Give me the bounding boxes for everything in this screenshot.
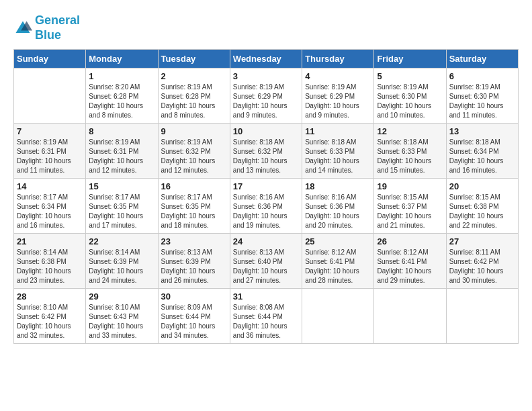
day-number: 23: [161, 236, 227, 246]
calendar-cell: 5Sunrise: 8:19 AMSunset: 6:30 PMDaylight…: [374, 68, 446, 124]
day-number: 3: [233, 71, 299, 81]
day-info: Sunrise: 8:18 AMSunset: 6:32 PMDaylight:…: [233, 138, 299, 175]
calendar-cell: [14, 68, 86, 124]
day-number: 26: [377, 236, 443, 246]
day-info: Sunrise: 8:19 AMSunset: 6:31 PMDaylight:…: [17, 138, 83, 175]
day-number: 16: [161, 181, 227, 191]
weekday-header-sunday: Sunday: [14, 50, 86, 68]
weekday-header-wednesday: Wednesday: [230, 50, 302, 68]
day-info: Sunrise: 8:20 AMSunset: 6:28 PMDaylight:…: [89, 83, 154, 120]
day-info: Sunrise: 8:08 AMSunset: 6:44 PMDaylight:…: [233, 303, 299, 340]
day-number: 9: [161, 126, 227, 136]
day-number: 12: [377, 126, 443, 136]
day-number: 15: [89, 181, 154, 191]
calendar-cell: 20Sunrise: 8:15 AMSunset: 6:38 PMDayligh…: [446, 179, 518, 234]
day-info: Sunrise: 8:18 AMSunset: 6:33 PMDaylight:…: [377, 138, 443, 175]
day-number: 13: [449, 126, 515, 136]
day-number: 8: [89, 126, 154, 136]
day-number: 29: [89, 291, 154, 302]
calendar-cell: 25Sunrise: 8:12 AMSunset: 6:41 PMDayligh…: [302, 234, 374, 289]
day-number: 31: [233, 291, 299, 302]
day-number: 5: [377, 71, 443, 81]
day-info: Sunrise: 8:09 AMSunset: 6:44 PMDaylight:…: [161, 303, 227, 340]
day-info: Sunrise: 8:19 AMSunset: 6:31 PMDaylight:…: [89, 138, 154, 175]
day-info: Sunrise: 8:19 AMSunset: 6:32 PMDaylight:…: [161, 138, 227, 175]
logo-text: General Blue: [35, 13, 80, 42]
day-info: Sunrise: 8:19 AMSunset: 6:30 PMDaylight:…: [449, 83, 515, 120]
calendar-cell: [446, 289, 518, 344]
day-info: Sunrise: 8:10 AMSunset: 6:42 PMDaylight:…: [17, 303, 83, 340]
day-info: Sunrise: 8:16 AMSunset: 6:36 PMDaylight:…: [305, 193, 371, 230]
day-info: Sunrise: 8:15 AMSunset: 6:37 PMDaylight:…: [377, 193, 443, 230]
day-info: Sunrise: 8:17 AMSunset: 6:35 PMDaylight:…: [161, 193, 227, 230]
calendar-week-3: 14Sunrise: 8:17 AMSunset: 6:34 PMDayligh…: [14, 179, 519, 234]
day-number: 6: [449, 71, 515, 81]
weekday-header-saturday: Saturday: [446, 50, 518, 68]
day-number: 28: [17, 291, 83, 302]
day-info: Sunrise: 8:10 AMSunset: 6:43 PMDaylight:…: [89, 303, 154, 340]
calendar-week-1: 1Sunrise: 8:20 AMSunset: 6:28 PMDaylight…: [14, 68, 519, 124]
calendar-cell: 27Sunrise: 8:11 AMSunset: 6:42 PMDayligh…: [446, 234, 518, 289]
day-number: 11: [305, 126, 371, 136]
calendar-cell: 12Sunrise: 8:18 AMSunset: 6:33 PMDayligh…: [374, 124, 446, 179]
calendar-week-4: 21Sunrise: 8:14 AMSunset: 6:38 PMDayligh…: [14, 234, 519, 289]
day-info: Sunrise: 8:14 AMSunset: 6:39 PMDaylight:…: [89, 248, 154, 285]
page-header: General Blue: [13, 13, 519, 42]
day-number: 17: [233, 181, 299, 191]
weekday-header-monday: Monday: [86, 50, 158, 68]
day-info: Sunrise: 8:12 AMSunset: 6:41 PMDaylight:…: [377, 248, 443, 285]
calendar-cell: 22Sunrise: 8:14 AMSunset: 6:39 PMDayligh…: [86, 234, 158, 289]
day-number: 21: [17, 236, 83, 246]
weekday-header-friday: Friday: [374, 50, 446, 68]
calendar-cell: [374, 289, 446, 344]
calendar-cell: 21Sunrise: 8:14 AMSunset: 6:38 PMDayligh…: [14, 234, 86, 289]
calendar-cell: 23Sunrise: 8:13 AMSunset: 6:39 PMDayligh…: [158, 234, 230, 289]
calendar-cell: 10Sunrise: 8:18 AMSunset: 6:32 PMDayligh…: [230, 124, 302, 179]
calendar-cell: 11Sunrise: 8:18 AMSunset: 6:33 PMDayligh…: [302, 124, 374, 179]
calendar-week-2: 7Sunrise: 8:19 AMSunset: 6:31 PMDaylight…: [14, 124, 519, 179]
calendar-cell: 14Sunrise: 8:17 AMSunset: 6:34 PMDayligh…: [14, 179, 86, 234]
day-number: 7: [17, 126, 83, 136]
day-info: Sunrise: 8:15 AMSunset: 6:38 PMDaylight:…: [449, 193, 515, 230]
calendar-table: SundayMondayTuesdayWednesdayThursdayFrid…: [13, 49, 519, 344]
day-number: 19: [377, 181, 443, 191]
calendar-week-5: 28Sunrise: 8:10 AMSunset: 6:42 PMDayligh…: [14, 289, 519, 344]
calendar-cell: 17Sunrise: 8:16 AMSunset: 6:36 PMDayligh…: [230, 179, 302, 234]
day-info: Sunrise: 8:13 AMSunset: 6:40 PMDaylight:…: [233, 248, 299, 285]
day-number: 30: [161, 291, 227, 302]
calendar-cell: 30Sunrise: 8:09 AMSunset: 6:44 PMDayligh…: [158, 289, 230, 344]
calendar-cell: 18Sunrise: 8:16 AMSunset: 6:36 PMDayligh…: [302, 179, 374, 234]
day-info: Sunrise: 8:19 AMSunset: 6:29 PMDaylight:…: [305, 83, 371, 120]
calendar-cell: 15Sunrise: 8:17 AMSunset: 6:35 PMDayligh…: [86, 179, 158, 234]
day-number: 18: [305, 181, 371, 191]
calendar-cell: 29Sunrise: 8:10 AMSunset: 6:43 PMDayligh…: [86, 289, 158, 344]
calendar-cell: 9Sunrise: 8:19 AMSunset: 6:32 PMDaylight…: [158, 124, 230, 179]
day-info: Sunrise: 8:19 AMSunset: 6:30 PMDaylight:…: [377, 83, 443, 120]
day-info: Sunrise: 8:17 AMSunset: 6:35 PMDaylight:…: [89, 193, 154, 230]
day-number: 14: [17, 181, 83, 191]
day-number: 25: [305, 236, 371, 246]
day-info: Sunrise: 8:12 AMSunset: 6:41 PMDaylight:…: [305, 248, 371, 285]
day-info: Sunrise: 8:17 AMSunset: 6:34 PMDaylight:…: [17, 193, 83, 230]
calendar-cell: 6Sunrise: 8:19 AMSunset: 6:30 PMDaylight…: [446, 68, 518, 124]
calendar-cell: 8Sunrise: 8:19 AMSunset: 6:31 PMDaylight…: [86, 124, 158, 179]
day-info: Sunrise: 8:18 AMSunset: 6:33 PMDaylight:…: [305, 138, 371, 175]
calendar-header-row: SundayMondayTuesdayWednesdayThursdayFrid…: [14, 50, 519, 68]
day-number: 20: [449, 181, 515, 191]
calendar-cell: 19Sunrise: 8:15 AMSunset: 6:37 PMDayligh…: [374, 179, 446, 234]
day-number: 24: [233, 236, 299, 246]
day-info: Sunrise: 8:19 AMSunset: 6:29 PMDaylight:…: [233, 83, 299, 120]
calendar-cell: 3Sunrise: 8:19 AMSunset: 6:29 PMDaylight…: [230, 68, 302, 124]
calendar-cell: [302, 289, 374, 344]
day-info: Sunrise: 8:18 AMSunset: 6:34 PMDaylight:…: [449, 138, 515, 175]
day-info: Sunrise: 8:13 AMSunset: 6:39 PMDaylight:…: [161, 248, 227, 285]
calendar-cell: 16Sunrise: 8:17 AMSunset: 6:35 PMDayligh…: [158, 179, 230, 234]
calendar-body: 1Sunrise: 8:20 AMSunset: 6:28 PMDaylight…: [14, 68, 519, 344]
day-info: Sunrise: 8:14 AMSunset: 6:38 PMDaylight:…: [17, 248, 83, 285]
day-info: Sunrise: 8:19 AMSunset: 6:28 PMDaylight:…: [161, 83, 227, 120]
day-info: Sunrise: 8:11 AMSunset: 6:42 PMDaylight:…: [449, 248, 515, 285]
day-number: 27: [449, 236, 515, 246]
day-info: Sunrise: 8:16 AMSunset: 6:36 PMDaylight:…: [233, 193, 299, 230]
logo: General Blue: [13, 13, 80, 42]
day-number: 2: [161, 71, 227, 81]
